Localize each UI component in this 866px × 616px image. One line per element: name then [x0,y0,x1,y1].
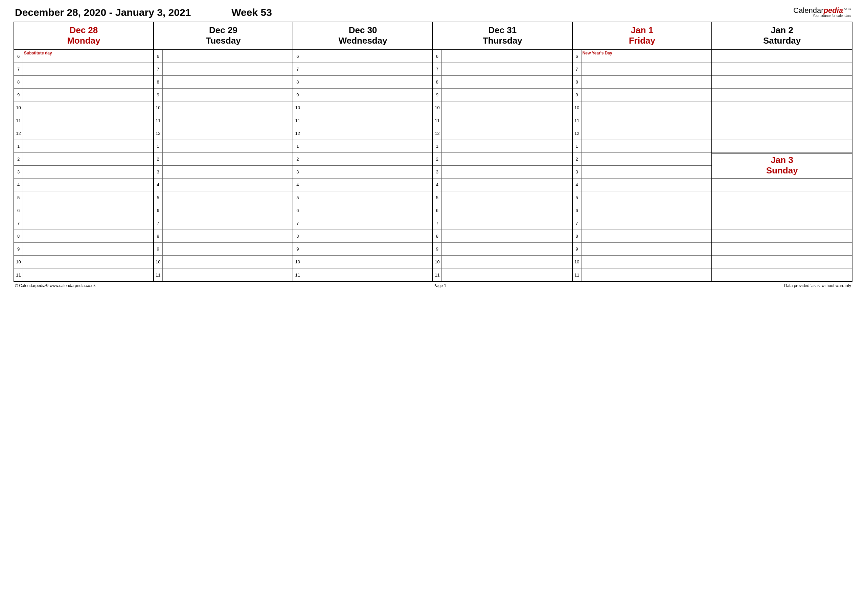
hour-slot: 6New Year's Day [573,50,712,63]
hour-slot: 6 [433,50,572,63]
hour-label: 11 [154,269,163,281]
hour-slot: 11 [293,114,432,127]
hour-label: 6 [433,50,442,63]
hour-slot: 7 [433,217,572,230]
hour-label: 7 [433,217,442,229]
hour-event [23,243,153,255]
hour-event [163,153,293,165]
hour-event [302,89,432,101]
hour-label: 1 [433,140,442,152]
hour-slot: 11 [433,269,572,281]
hour-slot: 6 [154,204,293,217]
hour-label: 7 [573,63,581,75]
day-header: Dec 29Tuesday [154,22,293,50]
hour-slot: 4 [573,179,712,191]
hour-label: 12 [154,127,163,140]
hour-event [302,256,432,268]
hour-label: 8 [433,76,442,88]
hour-slot: 8 [293,76,432,89]
hour-event [23,101,153,114]
hour-event [163,217,293,229]
hour-label: 9 [573,243,581,255]
hour-event [302,63,432,75]
hour-label: 11 [154,114,163,127]
hour-slot: 7 [433,63,572,76]
hour-slot: 9 [433,243,572,256]
hour-label: 11 [433,114,442,127]
hour-event [302,76,432,88]
hour-slot: 10 [293,101,432,114]
hour-slot: 7 [14,63,153,76]
hour-event: New Year's Day [581,50,712,63]
hour-slot: 2 [293,153,432,166]
logo-tagline: Your source for calendars [793,14,851,17]
footer-page: Page 1 [433,283,446,288]
hour-label: 7 [293,217,302,229]
hour-event [302,50,432,63]
hour-event [581,256,712,268]
hour-slot: 7 [293,217,432,230]
hour-slot: 9 [573,243,712,256]
logo-text-2: pedia [824,6,843,14]
hour-slot: 8 [154,76,293,89]
hour-slot: 1 [433,140,572,153]
hour-slot: 7 [573,217,712,230]
hour-label: 5 [433,191,442,204]
weekend-slot [712,269,852,281]
hour-event [302,153,432,165]
hour-event [442,127,572,140]
hour-event [581,63,712,75]
hour-event [442,50,572,63]
hour-event [302,243,432,255]
hour-slot: 8 [14,76,153,89]
hour-label: 7 [293,63,302,75]
hour-label: 11 [433,269,442,281]
day-date: Dec 28 [14,25,153,36]
hour-label: 9 [14,89,23,101]
hour-event [442,256,572,268]
hour-slot: 6 [433,204,572,217]
hour-label: 4 [573,179,581,191]
day-column: Dec 30Wednesday67891011121234567891011 [293,22,433,281]
weekend-slot [712,204,852,217]
hour-slot: 2 [154,153,293,166]
hour-event [23,204,153,217]
hour-label: 2 [14,153,23,165]
hour-event [23,140,153,152]
hour-slot: 2 [433,153,572,166]
hour-event [23,269,153,281]
hour-event [163,101,293,114]
hour-event [23,76,153,88]
hour-event [23,89,153,101]
day-header: Dec 31Thursday [433,22,572,50]
hour-label: 9 [293,89,302,101]
hour-label: 11 [573,114,581,127]
hour-slot: 5 [433,191,572,204]
hour-event [302,166,432,178]
hour-slot: 9 [293,243,432,256]
hour-slot: 9 [573,89,712,101]
weekend-slot [712,127,852,140]
hour-slot: 10 [14,256,153,269]
weekend-column: Jan 2SaturdayJan 3Sunday [712,22,852,281]
hour-event [163,63,293,75]
day-name: Sunday [712,165,852,176]
hour-event [302,217,432,229]
hour-slot: 8 [433,76,572,89]
day-header: Dec 28Monday [14,22,153,50]
hour-slot: 6 [293,204,432,217]
hour-slot: 11 [154,114,293,127]
hour-event [442,179,572,191]
hour-slot: 2 [14,153,153,166]
hour-slot: 9 [14,243,153,256]
hour-label: 10 [433,101,442,114]
weekend-slot [712,89,852,101]
hour-label: 9 [433,89,442,101]
hour-event [302,127,432,140]
hour-event [163,204,293,217]
hour-event [163,114,293,127]
hour-event [581,76,712,88]
hour-label: 10 [14,101,23,114]
hour-label: 4 [154,179,163,191]
hour-slot: 10 [433,256,572,269]
